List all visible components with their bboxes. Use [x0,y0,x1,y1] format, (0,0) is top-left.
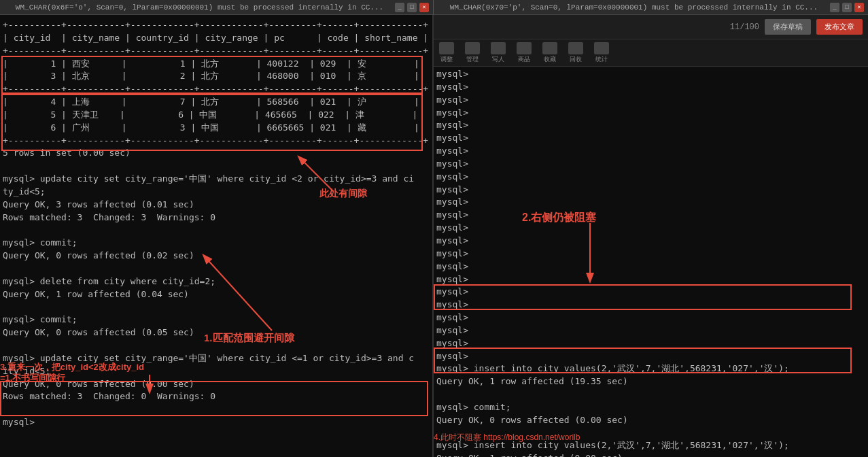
stats-label: 统计 [595,55,608,64]
publish-button[interactable]: 发布文章 [816,19,863,35]
right-min-button[interactable]: _ [830,3,839,12]
left-title-bar: WM_CHAR(0x6F='o', Scan=0, lParam=0x00000… [0,0,434,15]
right-panel: 11/100 保存草稿 发布文章 调整 管理 写人 商品 [434,15,868,457]
left-window-title: WM_CHAR(0x6F='o', Scan=0, lParam=0x00000… [4,3,395,12]
goods-icon [517,42,532,54]
icon-recycle[interactable]: 回收 [568,42,583,64]
people-label: 写人 [492,55,504,64]
recycle-icon [568,42,583,54]
left-max-button[interactable]: □ [407,3,417,12]
right-mysql-output: mysql> mysql> mysql> mysql> mysql> mysql… [436,68,865,457]
icon-people[interactable]: 写人 [491,42,506,64]
goods-label: 商品 [518,55,530,64]
right-close-button[interactable]: ✕ [854,3,864,12]
collect-label: 收藏 [544,55,556,64]
right-toolbar: 11/100 保存草稿 发布文章 [434,15,868,39]
manage-icon [465,42,480,54]
left-close-button[interactable]: ✕ [419,3,429,12]
right-max-button[interactable]: □ [842,3,852,12]
left-terminal-panel: +----------+-----------+------------+---… [0,15,434,457]
stats-icon [594,42,609,54]
icon-adjust[interactable]: 调整 [439,42,454,64]
manage-label: 管理 [466,55,479,64]
adjust-label: 调整 [440,55,453,64]
right-icons-row: 调整 管理 写人 商品 收藏 回收 [434,39,868,67]
left-min-button[interactable]: _ [395,3,404,12]
right-window-title: WM_CHAR(0x70='p', Scan=0, lParam=0x00000… [438,3,830,12]
icon-collect[interactable]: 收藏 [542,42,557,64]
right-terminal-panel: mysql> mysql> mysql> mysql> mysql> mysql… [434,67,868,457]
collect-icon [542,42,557,54]
recycle-label: 回收 [570,55,582,64]
adjust-icon [439,42,454,54]
page-indicator: 11/100 [730,22,759,32]
icon-manage[interactable]: 管理 [465,42,480,64]
save-draft-button[interactable]: 保存草稿 [765,19,811,35]
right-title-bar: WM_CHAR(0x70='p', Scan=0, lParam=0x00000… [434,0,868,15]
left-terminal-output: +----------+-----------+------------+---… [0,18,432,430]
icon-stats[interactable]: 统计 [594,42,609,64]
icon-goods[interactable]: 商品 [517,42,532,64]
people-icon [491,42,506,54]
